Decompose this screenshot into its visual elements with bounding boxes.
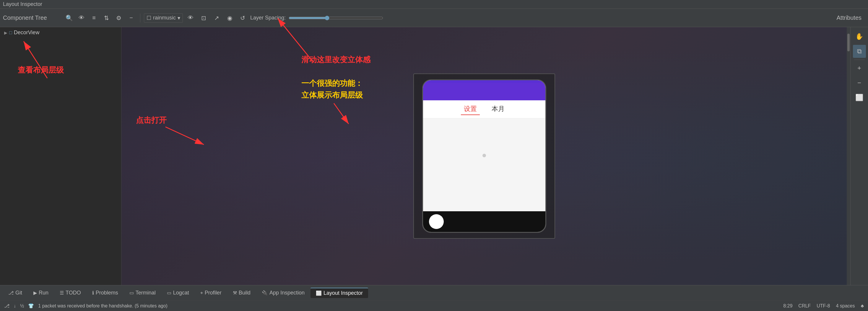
- tab-profiler[interactable]: ⌖ Profiler: [195, 288, 227, 298]
- phone-screen: 设置 本月: [423, 80, 546, 232]
- tab-app-inspection[interactable]: 🔌 App Inspection: [256, 288, 310, 298]
- eye2-button[interactable]: 👁: [185, 13, 196, 23]
- minus-icon: −: [857, 79, 861, 87]
- status-spaces: 4 spaces: [836, 303, 855, 309]
- toolbar: Component Tree 🔍 👁 ≡ ⇅ ⚙ − ☐ rainmusic ▾…: [0, 9, 868, 27]
- tree-expand-arrow: ▶: [4, 30, 7, 35]
- scrollbar-thumb[interactable]: [847, 34, 850, 51]
- phone-outer-frame: 设置 本月: [413, 73, 555, 239]
- status-ma-icon: ♣: [861, 303, 864, 309]
- terminal-icon: ▭: [129, 290, 134, 296]
- tab-todo[interactable]: ☰ TODO: [54, 288, 86, 298]
- dropdown-icon: ▾: [178, 15, 180, 21]
- layers-tool-button[interactable]: ⧉: [853, 45, 866, 58]
- tab-terminal-label: Terminal: [135, 290, 156, 296]
- collapse-button[interactable]: ⇅: [101, 13, 112, 23]
- component-tree-label: Component Tree: [3, 14, 62, 21]
- phone-content-area: [423, 118, 546, 211]
- attributes-button[interactable]: Attributes: [833, 13, 865, 23]
- vertical-scrollbar[interactable]: [847, 27, 850, 285]
- run-icon: ▶: [33, 290, 37, 296]
- live-button[interactable]: ◉: [224, 13, 235, 23]
- status-left-section: ⎇ ↓ ½ 👕 1 packet was received before the…: [4, 303, 777, 309]
- center-canvas: 设置 本月: [121, 27, 847, 285]
- refresh-button[interactable]: ↺: [237, 13, 248, 23]
- logcat-icon: ▭: [167, 290, 172, 296]
- phone-app-bar: [423, 82, 546, 100]
- status-bar: ⎇ ↓ ½ 👕 1 packet was received before the…: [0, 300, 868, 311]
- eye-button[interactable]: 👁: [76, 13, 87, 23]
- zoom-in-button[interactable]: +: [853, 62, 866, 75]
- status-time: 8:29: [783, 303, 793, 309]
- fit-screen-button[interactable]: ⬜: [853, 91, 866, 104]
- minus-button[interactable]: −: [126, 13, 136, 23]
- layout-inspector-icon: ⬜: [316, 290, 322, 296]
- tab-build-label: Build: [239, 290, 251, 296]
- problems-icon: ℹ: [92, 290, 94, 296]
- plus-icon: +: [857, 64, 861, 72]
- left-toolbar-section: Component Tree 🔍 👁 ≡ ⇅ ⚙ −: [3, 13, 136, 23]
- profiler-icon: ⌖: [200, 290, 203, 296]
- hand-icon: ✋: [855, 33, 863, 40]
- tab-problems[interactable]: ℹ Problems: [87, 288, 123, 298]
- hand-tool-button[interactable]: ✋: [853, 30, 866, 43]
- tab-terminal[interactable]: ▭ Terminal: [124, 288, 161, 298]
- tab-logcat[interactable]: ▭ Logcat: [162, 288, 194, 298]
- tab-layout-inspector-label: Layout Inspector: [323, 290, 363, 296]
- tab-git-label: Git: [16, 290, 22, 296]
- frame-icon: ⬜: [855, 94, 863, 102]
- title-bar: Layout Inspector: [0, 0, 868, 9]
- tab-todo-label: TODO: [66, 290, 81, 296]
- list-button[interactable]: ≡: [89, 13, 99, 23]
- phone-tabs: 设置 本月: [423, 100, 546, 118]
- phone-device: 设置 本月: [422, 79, 546, 233]
- main-content: ▶ □ DecorView 设置 本月: [0, 27, 868, 285]
- right-sidebar: ✋ ⧉ + − ⬜: [850, 27, 868, 285]
- tree-item-decorview[interactable]: ▶ □ DecorView: [0, 27, 121, 38]
- zoom-out-button[interactable]: −: [853, 76, 866, 90]
- search-button[interactable]: 🔍: [64, 13, 74, 23]
- phone-dot-indicator: [483, 154, 486, 157]
- device-selector[interactable]: ☐ rainmusic ▾: [144, 13, 183, 23]
- build-icon: ⚒: [233, 290, 237, 296]
- tab-build[interactable]: ⚒ Build: [227, 288, 256, 298]
- layers-icon: ⧉: [857, 47, 862, 55]
- tab-logcat-label: Logcat: [173, 290, 189, 296]
- tab-profiler-label: Profiler: [205, 290, 222, 296]
- tab-run[interactable]: ▶ Run: [28, 288, 54, 298]
- layer-spacing-section: Layer Spacing:: [250, 15, 831, 21]
- settings-button[interactable]: ⚙: [114, 13, 124, 23]
- snap-button[interactable]: ⊡: [198, 13, 209, 23]
- export-button[interactable]: ↗: [211, 13, 222, 23]
- title-label: Layout Inspector: [3, 1, 42, 7]
- phone-status-bar: [423, 80, 546, 82]
- status-encoding: UTF-8: [816, 303, 830, 309]
- tab-app-inspection-label: App Inspection: [270, 290, 305, 296]
- tab-layout-inspector[interactable]: ⬜ Layout Inspector: [311, 288, 368, 298]
- phone-bottom-bar: [423, 211, 546, 232]
- tab-git[interactable]: ⎇ Git: [3, 288, 28, 298]
- phone-home-button: [429, 214, 444, 229]
- status-right-section: 8:29 CRLF UTF-8 4 spaces ♣: [783, 303, 864, 309]
- phone-tab-2: 本月: [489, 103, 507, 115]
- sidebar-divider: [854, 60, 865, 60]
- left-panel: ▶ □ DecorView: [0, 27, 121, 285]
- phone-tab-1: 设置: [461, 103, 480, 115]
- todo-icon: ☰: [60, 290, 64, 296]
- tab-run-label: Run: [39, 290, 49, 296]
- push-pull-icon: ↓: [13, 303, 16, 309]
- app-inspection-icon: 🔌: [262, 290, 268, 296]
- layer-spacing-label: Layer Spacing:: [250, 15, 286, 21]
- tab-problems-label: Problems: [96, 290, 118, 296]
- layer-spacing-slider[interactable]: [289, 15, 383, 20]
- tree-node-icon: □: [9, 30, 12, 35]
- shirt-icon: 👕: [28, 303, 34, 309]
- tree-item-label: DecorView: [14, 30, 39, 36]
- device-name: rainmusic: [153, 15, 176, 21]
- half-icon: ½: [20, 303, 24, 309]
- bottom-tabs-bar: ⎇ Git ▶ Run ☰ TODO ℹ Problems ▭ Terminal…: [0, 285, 868, 300]
- status-crlf: CRLF: [798, 303, 811, 309]
- device-icon: ☐: [147, 15, 151, 21]
- phone-mockup-container: 设置 本月: [413, 73, 555, 239]
- git-icon: ⎇: [8, 290, 13, 296]
